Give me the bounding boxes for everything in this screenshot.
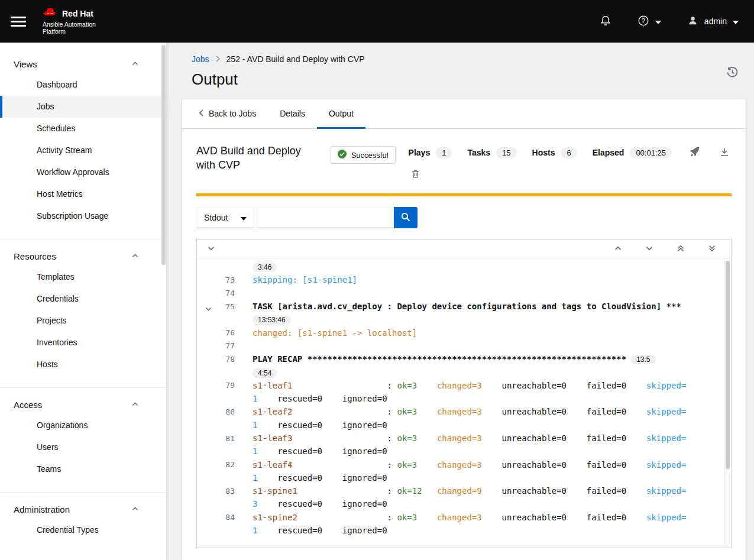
output-line-text[interactable]: 1 rescued=0 ignored=0 [241,526,387,535]
delete-job-button[interactable] [409,167,422,183]
stat-label: Elapsed [593,148,624,157]
history-icon[interactable] [726,66,739,80]
output-segment: skipped= [646,407,686,416]
output-line-text[interactable]: 4:54 [241,368,277,377]
stat-value-badge: 15 [496,147,516,158]
user-icon [687,15,698,28]
angle-left-icon [199,109,203,118]
output-line-text[interactable]: s1-spine1 : ok=12 changed=9 unreachable=… [241,486,686,496]
scroll-to-bottom-button[interactable] [706,242,718,256]
output-line-text[interactable]: s1-leaf4 : ok=3 changed=3 unreachable=0 … [241,460,686,470]
next-match-button[interactable] [643,242,655,256]
brand-logo: Red Hat Ansible Automation Platform [43,7,96,35]
output-line-text[interactable]: 1 rescued=0 ignored=0 [241,394,387,403]
output-row: 77 [197,339,724,352]
output-panel: 3:4673skipping: [s1-spine1]7475TASK [ari… [196,239,732,548]
previous-match-button[interactable] [612,242,624,256]
output-row: 73skipping: [s1-spine1] [197,273,724,286]
sidebar-item-credentials[interactable]: Credentials [0,288,166,310]
line-gutter: 83 [197,487,241,496]
output-line-text[interactable]: 1 rescued=0 ignored=0 [241,446,387,456]
output-segment: PLAY RECAP *****************************… [253,354,626,364]
output-segment [417,381,437,390]
search-button[interactable] [394,207,418,228]
output-segment: : [292,460,397,470]
output-row: 1 rescued=0 ignored=0 [197,392,724,405]
nav-section-toggle-views[interactable]: Views [0,54,166,74]
user-menu-button[interactable]: admin [687,15,739,28]
output-scrollbar[interactable] [724,260,730,547]
output-line-text[interactable]: 13:53:46 [241,315,291,324]
help-menu-button[interactable]: ? [637,15,661,28]
line-gutter: 82 [197,460,241,469]
breadcrumb-jobs-link[interactable]: Jobs [192,54,209,64]
sidebar-item-activity-stream[interactable]: Activity Stream [0,140,166,161]
job-name: AVD Build and Deploy with CVP [196,144,318,173]
output-segment: ok=3 [397,460,417,470]
tab-output[interactable]: Output [317,99,365,129]
sidebar-item-host-metrics[interactable]: Host Metrics [0,183,166,205]
line-gutter: 77 [197,341,241,350]
stdout-filter-select[interactable]: Stdout [196,207,254,228]
sidebar-item-organizations[interactable]: Organizations [0,415,166,436]
output-row: 81s1-leaf3 : ok=3 changed=3 unreachable=… [197,432,724,445]
collapse-event-icon[interactable] [205,305,212,315]
back-to-jobs-tab[interactable]: Back to Jobs [187,99,268,129]
sidebar-item-templates[interactable]: Templates [0,266,166,288]
nav-section-label: Administration [14,504,70,514]
output-line-text[interactable]: changed: [s1-spine1 -> localhost] [241,328,417,338]
masthead: Red Hat Ansible Automation Platform ? ad… [0,0,754,43]
expand-collapse-all-button[interactable] [205,242,217,256]
sidebar-item-schedules[interactable]: Schedules [0,118,166,140]
sidebar-item-jobs[interactable]: Jobs [0,96,166,118]
output-line-text[interactable]: 1 rescued=0 ignored=0 [241,473,387,483]
sidebar-item-inventories[interactable]: Inventories [0,332,166,354]
output-row: 83s1-spine1 : ok=12 changed=9 unreachabl… [197,484,724,497]
nav-section-toggle-administration[interactable]: Administration [0,500,166,519]
nav-section-toggle-access[interactable]: Access [0,395,166,415]
nav-toggle-button[interactable] [11,15,26,28]
breadcrumb-current: 252 - AVD Build and Deploy with CVP [226,54,365,64]
output-line-text[interactable]: 3:46 [241,262,277,271]
output-row: 84s1-spine2 : ok=3 changed=3 unreachable… [197,511,724,524]
output-segment: ok=3 [397,433,417,443]
tab-output-label: Output [329,109,354,118]
notifications-button[interactable] [600,15,611,28]
sidebar-item-teams[interactable]: Teams [0,458,166,480]
output-segment: skipped= [646,486,686,496]
output-segment: ok=3 [397,513,417,522]
output-line-text[interactable]: s1-spine2 : ok=3 changed=3 unreachable=0… [241,513,686,522]
relaunch-button[interactable] [687,144,702,161]
timestamp-badge: 3:46 [253,263,277,272]
job-output-card: Back to Jobs Details Output AVD Build an… [182,99,746,560]
output-line-text[interactable]: s1-leaf1 : ok=3 changed=3 unreachable=0 … [241,381,686,390]
output-line-text[interactable]: skipping: [s1-spine1] [241,275,357,284]
masthead-tools: ? admin [600,15,739,28]
line-gutter: 84 [197,513,241,522]
sidebar-scrollbar[interactable] [161,43,166,560]
sidebar-item-workflow-approvals[interactable]: Workflow Approvals [0,161,166,183]
sidebar-item-hosts[interactable]: Hosts [0,354,166,376]
chevron-up-icon [131,505,139,514]
download-output-button[interactable] [717,145,732,161]
output-line-text[interactable]: s1-leaf3 : ok=3 changed=3 unreachable=0 … [241,433,686,443]
output-segment: unreachable=0 failed=0 [482,513,646,522]
tab-details[interactable]: Details [268,99,317,129]
search-input[interactable] [257,207,394,228]
nav-section-toggle-resources[interactable]: Resources [0,247,166,266]
sidebar-item-dashboard[interactable]: Dashboard [0,74,166,96]
sidebar-item-users[interactable]: Users [0,436,166,458]
nav-section-label: Views [14,59,37,69]
breadcrumb: Jobs 252 - AVD Build and Deploy with CVP [192,54,736,64]
output-segment [417,407,437,416]
sidebar-item-projects[interactable]: Projects [0,310,166,332]
sidebar-item-credential-types[interactable]: Credential Types [0,519,166,541]
output-line-text[interactable]: s1-leaf2 : ok=3 changed=3 unreachable=0 … [241,407,686,416]
output-line-text[interactable]: 1 rescued=0 ignored=0 [241,420,387,430]
scroll-to-top-button[interactable] [675,242,687,256]
output-line-text[interactable]: TASK [arista.avd.cv_deploy : Deploy devi… [241,302,681,311]
output-line-text[interactable]: 3 rescued=0 ignored=0 [241,499,387,509]
output-line-text[interactable]: PLAY RECAP *****************************… [241,354,656,364]
sidebar-item-subscription-usage[interactable]: Subscription Usage [0,205,166,227]
angle-down-icon [645,244,653,254]
